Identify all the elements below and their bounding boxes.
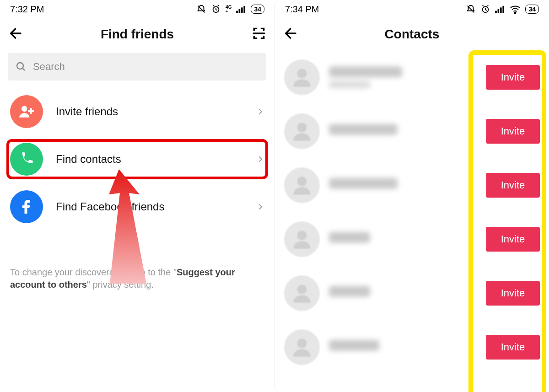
invite-button[interactable]: Invite [486,335,540,360]
contact-text [329,66,477,88]
contact-row[interactable]: Invite [275,266,549,320]
invite-button[interactable]: Invite [486,65,540,90]
battery-icon: 34 [525,5,539,14]
avatar [284,275,320,311]
contact-row[interactable]: Invite [275,320,549,374]
svg-point-14 [297,69,307,78]
svg-point-13 [515,12,516,14]
battery-icon: 34 [251,5,264,14]
scan-button[interactable] [252,26,266,43]
dnd-icon [466,4,476,14]
signal-icon [495,5,505,13]
option-find-contacts[interactable]: Find contacts [0,136,274,182]
status-bar: 7:32 PM 4G₊ 34 [0,0,274,18]
svg-point-15 [297,123,307,132]
wifi-icon [510,5,521,14]
svg-point-16 [297,177,307,186]
svg-rect-10 [498,9,500,13]
dnd-icon [196,4,206,14]
status-time: 7:34 PM [285,4,319,15]
scan-icon [252,26,266,41]
arrow-left-icon [283,26,299,41]
svg-rect-4 [244,6,246,13]
find-contacts-icon [10,143,43,176]
header-bar: Find friends [0,18,274,50]
facebook-icon [10,190,43,223]
search-icon [16,61,27,72]
page-title: Contacts [385,27,440,42]
contact-row[interactable]: Invite [275,212,549,266]
chevron-right-icon [256,203,264,211]
screen-contacts: 7:34 PM 34 Contacts InviteInviteInviteIn… [274,0,549,392]
status-bar: 7:34 PM 34 [275,0,549,18]
arrow-left-icon [8,26,24,41]
status-icons: 34 [466,4,539,14]
contact-text [329,178,477,193]
header-bar: Contacts [275,18,549,50]
contact-text [329,232,477,247]
svg-rect-2 [239,9,241,13]
back-button[interactable] [283,26,299,43]
contact-text [329,124,477,139]
discoverability-footnote: To change your discoverability go to the… [10,266,264,291]
search-placeholder: Search [33,61,65,73]
invite-button[interactable]: Invite [486,281,540,306]
option-invite-friends[interactable]: Invite friends [0,89,274,134]
option-find-facebook[interactable]: Find Facebook friends [0,184,274,230]
svg-point-5 [17,63,23,69]
network-4g-icon: 4G₊ [226,5,231,13]
contact-text [329,286,477,301]
svg-point-6 [22,106,27,112]
alarm-icon [480,4,490,14]
option-label: Invite friends [56,105,243,118]
svg-rect-9 [495,11,497,13]
svg-rect-11 [500,7,502,13]
chevron-right-icon [256,155,264,163]
invite-button[interactable]: Invite [486,227,540,252]
avatar [284,221,320,257]
svg-rect-1 [237,11,238,13]
page-title: Find friends [101,27,174,42]
contact-text [329,340,477,354]
screen-find-friends: 7:32 PM 4G₊ 34 Find friends Search [0,0,274,392]
search-input[interactable]: Search [8,53,266,81]
contact-row[interactable]: Invite [275,104,549,158]
alarm-icon [211,4,221,14]
option-label: Find contacts [56,153,243,166]
avatar [284,329,320,365]
contacts-list[interactable]: InviteInviteInviteInviteInviteInvite [275,50,549,392]
invite-button[interactable]: Invite [486,173,540,198]
contact-row[interactable]: Invite [275,158,549,212]
signal-icon [236,5,246,13]
avatar [284,167,320,203]
option-label: Find Facebook friends [56,200,243,213]
avatar [284,59,320,95]
back-button[interactable] [8,26,24,43]
contact-row[interactable]: Invite [275,50,549,104]
status-time: 7:32 PM [10,4,44,15]
avatar [284,113,320,149]
svg-point-17 [297,231,307,240]
svg-point-19 [297,338,307,348]
chevron-right-icon [256,107,264,116]
status-icons: 4G₊ 34 [196,4,264,14]
invite-button[interactable]: Invite [486,119,540,144]
svg-rect-12 [503,6,505,13]
invite-friends-icon [10,95,43,128]
svg-point-18 [297,285,307,294]
svg-rect-3 [241,7,243,13]
